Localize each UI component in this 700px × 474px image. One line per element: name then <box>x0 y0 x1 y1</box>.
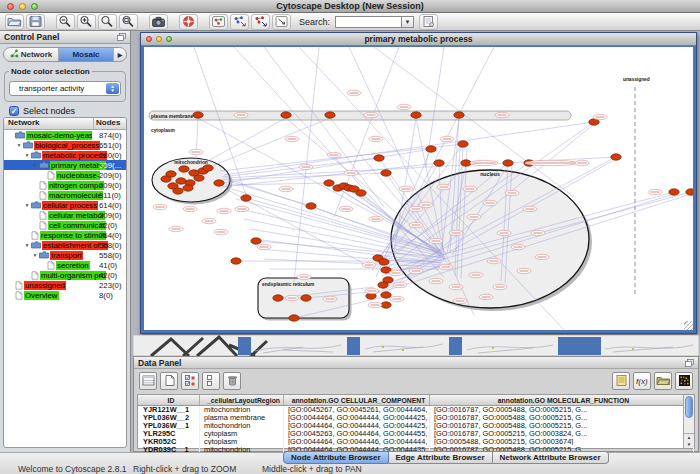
network-tree-row[interactable]: mosaic-demo-yeast874(0) <box>4 130 126 140</box>
tab-overflow-arrow-icon[interactable]: ▶ <box>114 48 126 61</box>
graph-node[interactable] <box>203 165 213 171</box>
table-row[interactable]: YPL036W__1mitochondrion[GO:0044464, GO:0… <box>138 422 694 430</box>
matrix-view-button[interactable] <box>675 372 693 390</box>
graph-node[interactable] <box>194 175 204 181</box>
network-tree-row[interactable]: ▼biological_process651(0) <box>4 140 126 150</box>
zoom-out-button[interactable] <box>56 14 75 30</box>
close-button[interactable] <box>7 3 14 10</box>
import-network-blue-button[interactable] <box>230 14 249 30</box>
graph-node[interactable] <box>214 180 224 186</box>
graph-node[interactable] <box>183 185 193 191</box>
maximize-button[interactable] <box>31 3 38 10</box>
tree-column-network[interactable]: Network <box>4 118 93 129</box>
table-row[interactable]: YLR295Ccytoplasm[GO:0045263, GO:0044464,… <box>138 430 694 438</box>
graph-edge[interactable] <box>228 181 311 206</box>
zoom-fit-button[interactable] <box>119 14 138 30</box>
create-view-button[interactable] <box>209 14 228 30</box>
graph-node[interactable] <box>379 259 389 265</box>
new-attribute-button[interactable] <box>160 372 178 390</box>
graph-node[interactable] <box>411 112 421 118</box>
network-tree-row[interactable]: ▼transport558(0) <box>4 250 126 260</box>
table-row[interactable]: YPL036W__2plasma membrane[GO:0044464, GO… <box>138 414 694 422</box>
network-tree-row[interactable]: response to stimulu264(0) <box>4 230 126 240</box>
graph-node[interactable] <box>434 160 444 166</box>
graph-node[interactable] <box>324 180 334 186</box>
column-header[interactable]: _cellularLayoutRegion <box>200 395 284 405</box>
network-tree-row[interactable]: ▼establishment of lo558(0) <box>4 240 126 250</box>
graph-edge[interactable] <box>286 118 440 250</box>
graph-node[interactable] <box>173 188 183 194</box>
resize-grip[interactable] <box>684 321 693 330</box>
graph-node[interactable] <box>381 292 391 298</box>
graph-node[interactable] <box>301 295 311 301</box>
snapshot-button[interactable] <box>149 14 168 30</box>
graph-node[interactable] <box>251 238 261 244</box>
network-tree-row[interactable]: cellular metabol209(0) <box>4 210 126 220</box>
graph-node[interactable] <box>325 112 335 118</box>
graph-node[interactable] <box>176 178 186 184</box>
graph-node[interactable] <box>193 112 203 118</box>
scrollbar-thumb[interactable] <box>685 396 693 418</box>
save-button[interactable] <box>26 14 45 30</box>
network-tree-row[interactable]: nitrogen compo209(0) <box>4 180 126 190</box>
graph-node[interactable] <box>686 189 693 195</box>
network-canvas[interactable]: plasma membranecytoplasmmitochondrionnuc… <box>144 47 693 330</box>
import-network-red-button[interactable] <box>251 14 270 30</box>
graph-node[interactable] <box>381 170 391 176</box>
network-tree-row[interactable]: cell communicat22(0) <box>4 220 126 230</box>
graph-node[interactable] <box>306 203 316 209</box>
network-tree-row[interactable]: ▼metabolic process280(0) <box>4 150 126 160</box>
graph-node[interactable] <box>458 141 468 147</box>
network-tree-row[interactable]: secretion41(0) <box>4 260 126 270</box>
graph-node[interactable] <box>231 258 241 264</box>
graph-node[interactable] <box>378 282 388 288</box>
float-panel-icon[interactable] <box>117 33 126 41</box>
node-color-dropdown[interactable]: transporter activity ▲▼ <box>9 81 121 96</box>
graph-node[interactable] <box>461 160 471 166</box>
graph-edge[interactable] <box>210 118 330 167</box>
disclosure-triangle-icon[interactable]: ▼ <box>23 152 31 158</box>
search-input[interactable] <box>335 16 401 28</box>
network-tree-row[interactable]: multi-organism pro42(0) <box>4 270 126 280</box>
network-tree-row[interactable]: macromolecule311(0) <box>4 190 126 200</box>
network-minimize-button[interactable] <box>156 36 162 42</box>
network-maximize-button[interactable] <box>166 36 172 42</box>
annotation-button[interactable] <box>272 14 291 30</box>
disclosure-triangle-icon[interactable]: ▼ <box>31 162 39 168</box>
tab-network-attribute-browser[interactable]: Network Attribute Browser <box>493 451 609 464</box>
graph-edge[interactable] <box>234 47 444 277</box>
network-tree-row[interactable]: nucleobase-209(0) <box>4 170 126 180</box>
minimize-button[interactable] <box>19 3 26 10</box>
tree-column-nodes[interactable]: Nodes <box>93 118 126 129</box>
unselect-attributes-button[interactable] <box>202 372 220 390</box>
disclosure-triangle-icon[interactable]: ▼ <box>23 242 31 248</box>
graph-edge[interactable] <box>204 118 286 163</box>
graph-node[interactable] <box>281 112 291 118</box>
search-dropdown-button[interactable]: ▼ <box>401 16 414 28</box>
column-header[interactable]: ID <box>138 395 200 405</box>
select-nodes-checkbox[interactable]: ✓ <box>9 106 19 116</box>
help-button[interactable] <box>179 14 198 30</box>
graph-node[interactable] <box>356 190 366 196</box>
import-attributes-button[interactable] <box>654 372 672 390</box>
attribute-table-button[interactable] <box>139 372 157 390</box>
zoom-in-button[interactable] <box>77 14 96 30</box>
scroll-down-icon[interactable]: ▼ <box>687 442 691 447</box>
open-file-button[interactable] <box>5 14 24 30</box>
graph-node[interactable] <box>426 146 436 152</box>
graph-node[interactable] <box>289 315 299 321</box>
zoom-actual-button[interactable] <box>98 14 117 30</box>
delete-attribute-button[interactable] <box>223 372 241 390</box>
column-header[interactable]: annotation.GO CELLULAR_COMPONENT <box>284 395 430 405</box>
table-scrollbar[interactable]: ▲▼ <box>683 395 694 448</box>
graph-node[interactable] <box>273 295 283 301</box>
disclosure-triangle-icon[interactable]: ▼ <box>15 142 23 148</box>
graph-node[interactable] <box>381 302 391 308</box>
graph-node[interactable] <box>241 195 251 201</box>
window-titlebar[interactable]: Cytoscape Desktop (New Session) <box>0 0 700 13</box>
tab-mosaic[interactable]: Mosaic <box>59 48 114 61</box>
tab-node-attribute-browser[interactable]: Node Attribute Browser <box>283 451 389 464</box>
network-tree-row[interactable]: ▼primary metabo209(... <box>4 160 126 170</box>
graph-node[interactable] <box>161 176 171 182</box>
network-window-titlebar[interactable]: primary metabolic process <box>141 33 696 46</box>
